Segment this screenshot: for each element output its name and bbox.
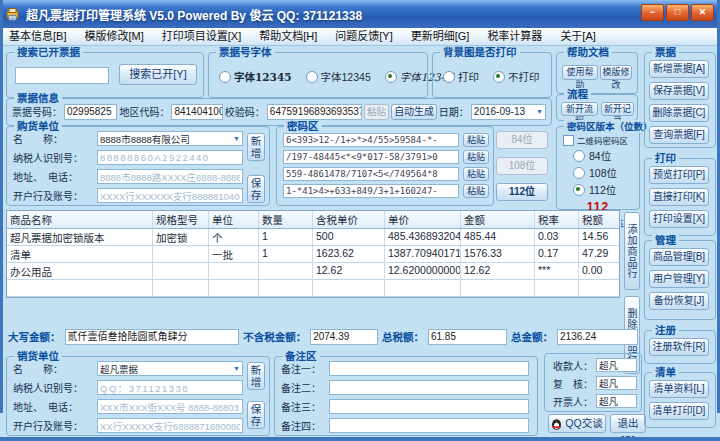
table-cell[interactable] bbox=[313, 280, 385, 296]
table-cell[interactable]: 485.436893204 bbox=[385, 229, 461, 245]
sidebar-button[interactable]: 注册软件[R] bbox=[649, 338, 709, 356]
table-header-cell[interactable]: 数量 bbox=[259, 211, 313, 228]
net-amount-input[interactable]: 2074.39 bbox=[310, 329, 378, 345]
table-cell[interactable]: 12.62 bbox=[313, 263, 385, 279]
menu-item[interactable]: 更新明细[G] bbox=[402, 28, 479, 45]
qrcode-checkbox-row[interactable]: 二维码密码区 bbox=[563, 134, 639, 146]
seller-name-select[interactable]: 超凡票据▼ bbox=[97, 361, 243, 376]
add-row-button[interactable]: 添加商品行 bbox=[624, 212, 640, 290]
table-row[interactable]: 办公用品12.6212.620000000012.62***0.00 bbox=[7, 263, 619, 280]
table-cell[interactable]: 14.56 bbox=[579, 229, 621, 245]
menu-item[interactable]: 关于[A] bbox=[551, 28, 604, 45]
bg-print-option[interactable]: 打印 bbox=[443, 69, 479, 84]
paste-button[interactable]: 粘贴 bbox=[463, 133, 489, 147]
sidebar-button[interactable]: 商品管理[B] bbox=[649, 248, 709, 266]
template-edit-button[interactable]: 模版修改 bbox=[600, 65, 632, 80]
table-cell[interactable]: 超凡票据加密锁版本 bbox=[7, 229, 153, 245]
menu-item[interactable]: 基本信息[B] bbox=[0, 28, 75, 45]
menu-item[interactable]: 打印项目设置[X] bbox=[153, 28, 250, 45]
table-cell[interactable]: 1387.70940171 bbox=[385, 246, 461, 262]
table-cell[interactable]: 清单 bbox=[7, 246, 153, 262]
buyer-name-select[interactable]: 8888市8888有限公司▼ bbox=[97, 131, 243, 146]
table-cell[interactable]: 1576.33 bbox=[461, 246, 535, 262]
seller-field-input[interactable]: XX行XXXXX支行6888871880080588825400 bbox=[97, 418, 243, 433]
signer-input[interactable]: 超凡 bbox=[596, 358, 637, 372]
table-cell[interactable] bbox=[579, 280, 621, 296]
table-cell[interactable]: 一批 bbox=[209, 246, 259, 262]
buyer-save-button[interactable]: 保存 bbox=[247, 175, 265, 203]
remark-input[interactable] bbox=[329, 418, 529, 433]
table-cell[interactable] bbox=[461, 280, 535, 296]
table-cell[interactable]: 0.03 bbox=[535, 229, 579, 245]
sidebar-button[interactable]: 清单资料[L] bbox=[649, 380, 709, 398]
table-header-cell[interactable]: 税额 bbox=[579, 211, 621, 228]
remark-input[interactable] bbox=[329, 380, 529, 395]
table-cell[interactable]: 1623.62 bbox=[313, 246, 385, 262]
table-header-cell[interactable]: 商品名称 bbox=[7, 211, 153, 228]
sidebar-button[interactable]: 删除票据[C] bbox=[649, 104, 709, 122]
table-cell[interactable] bbox=[153, 263, 209, 279]
table-cell[interactable]: 12.6200000000 bbox=[385, 263, 461, 279]
signer-input[interactable]: 超凡 bbox=[596, 376, 637, 390]
table-cell[interactable] bbox=[153, 246, 209, 262]
table-row[interactable] bbox=[7, 280, 619, 297]
menu-item[interactable]: 帮助文档[H] bbox=[250, 28, 326, 45]
paste-button[interactable]: 粘贴 bbox=[463, 184, 489, 198]
auto-generate-button[interactable]: 自动生成 bbox=[391, 104, 436, 120]
remark-input[interactable] bbox=[329, 399, 529, 414]
total-amount-input[interactable]: 2136.24 bbox=[557, 329, 638, 345]
bg-print-option[interactable]: 不打印 bbox=[493, 69, 540, 84]
seller-field-input[interactable]: XXX市XXX街XXX号 8888-8880313 bbox=[97, 399, 243, 414]
sidebar-button[interactable]: 清单打印[D] bbox=[649, 402, 709, 420]
maximize-button[interactable]: □ bbox=[666, 4, 689, 21]
bits-radio-option[interactable]: 112位 bbox=[573, 182, 639, 197]
table-cell[interactable] bbox=[535, 280, 579, 296]
buyer-field-input[interactable]: 88888860A2922440 bbox=[97, 150, 243, 165]
amount-caps-input[interactable]: 贰仟壹佰叁拾陆圆贰角肆分 bbox=[65, 329, 240, 345]
menu-item[interactable]: 税率计算器 bbox=[478, 28, 551, 45]
bits-112位-button[interactable]: 112位 bbox=[496, 183, 548, 201]
table-cell[interactable]: 47.29 bbox=[579, 246, 621, 262]
paste-button[interactable]: 粘贴 bbox=[463, 150, 489, 164]
font-option[interactable]: 字体12345 bbox=[306, 69, 371, 84]
exit-button[interactable]: 退出[Q] bbox=[610, 414, 646, 433]
table-cell[interactable] bbox=[209, 263, 259, 279]
table-cell[interactable] bbox=[259, 263, 313, 279]
table-header-cell[interactable]: 含税单价 bbox=[313, 211, 385, 228]
new-flow-button[interactable]: 新开流程 bbox=[561, 102, 598, 116]
buyer-add-button[interactable]: 新增 bbox=[247, 133, 265, 161]
buyer-field-input[interactable]: XXXX行XXXXXX支行888881040002242 bbox=[97, 188, 243, 203]
area-code-input[interactable]: 8414041000 bbox=[171, 104, 222, 120]
close-button[interactable]: ✕ bbox=[691, 4, 714, 21]
table-cell[interactable] bbox=[153, 280, 209, 296]
menu-item[interactable]: 问题反馈[Y] bbox=[326, 28, 401, 45]
table-cell[interactable] bbox=[7, 280, 153, 296]
invoice-number-input[interactable]: 02995825 bbox=[64, 104, 117, 120]
seller-field-input[interactable]: QQ：371121338 bbox=[97, 380, 243, 395]
sidebar-button[interactable]: 打印设置[X] bbox=[649, 210, 709, 228]
table-cell[interactable]: 办公用品 bbox=[7, 263, 153, 279]
table-cell[interactable] bbox=[385, 280, 461, 296]
menu-item[interactable]: 模版修改[M] bbox=[75, 28, 152, 45]
table-cell[interactable]: 1 bbox=[259, 229, 313, 245]
sidebar-button[interactable]: 保存票据[V] bbox=[649, 82, 709, 100]
search-input[interactable] bbox=[15, 67, 109, 84]
table-cell[interactable]: 0.17 bbox=[535, 246, 579, 262]
bits-radio-option[interactable]: 84位 bbox=[573, 148, 639, 163]
table-header-cell[interactable]: 单价 bbox=[385, 211, 461, 228]
sidebar-button[interactable]: 直接打印[K] bbox=[649, 188, 709, 206]
seller-add-button[interactable]: 新增 bbox=[247, 362, 265, 390]
use-help-button[interactable]: 使用帮助 bbox=[562, 65, 598, 80]
qq-chat-button[interactable]: QQ交谈 bbox=[548, 414, 606, 433]
password-line-input[interactable]: 6<393>12-/1+>*>4/55>59584-*- bbox=[283, 133, 459, 147]
table-header-cell[interactable]: 规格型号 bbox=[153, 211, 209, 228]
remark-input[interactable] bbox=[329, 361, 529, 376]
font-option[interactable]: 字体12345 bbox=[219, 69, 292, 84]
search-button[interactable]: 搜索已开[Y] bbox=[119, 64, 197, 85]
new-record-button[interactable]: 新开记录 bbox=[601, 102, 634, 116]
table-cell[interactable]: 485.44 bbox=[461, 229, 535, 245]
table-cell[interactable] bbox=[259, 280, 313, 296]
table-cell[interactable]: 12.62 bbox=[461, 263, 535, 279]
table-cell[interactable]: 加密锁 bbox=[153, 229, 209, 245]
minimize-button[interactable]: − bbox=[641, 4, 664, 21]
